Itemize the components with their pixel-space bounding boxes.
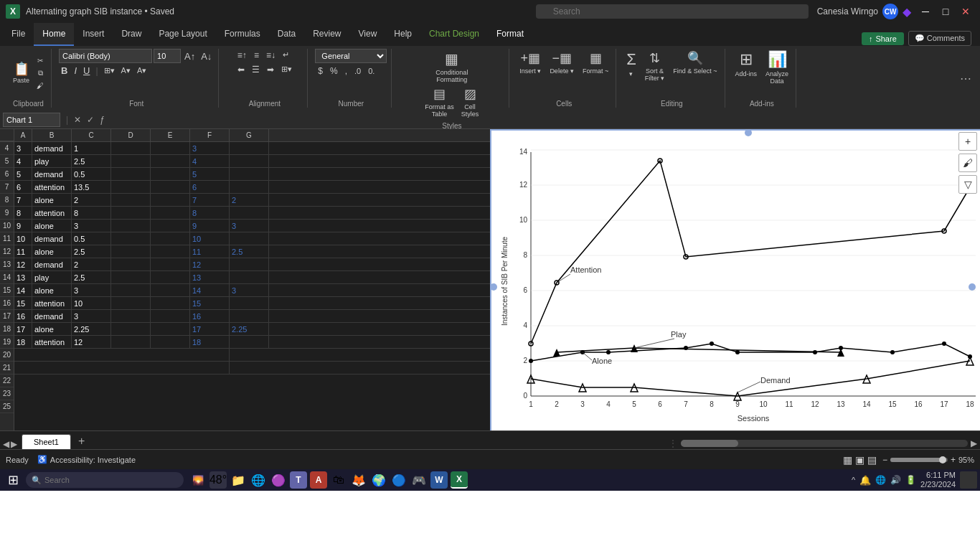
cell-d15[interactable] — [111, 284, 151, 297]
comma-button[interactable]: , — [342, 65, 350, 77]
taskbar-icon-teams[interactable]: T — [290, 471, 307, 489]
cell-a4[interactable]: 3 — [14, 142, 32, 155]
cell-g17[interactable] — [230, 310, 269, 323]
cell-g15[interactable]: 3 — [230, 284, 269, 297]
cell-e6[interactable] — [151, 168, 190, 181]
cell-c15[interactable]: 3 — [72, 284, 111, 297]
cell-d13[interactable] — [111, 258, 151, 271]
ribbon-collapse[interactable]: ⋯ — [960, 49, 974, 108]
font-name-input[interactable] — [59, 49, 152, 63]
zoom-thumb[interactable] — [939, 456, 946, 463]
cell-f18[interactable]: 17 — [190, 323, 230, 336]
currency-button[interactable]: % — [327, 65, 341, 77]
cell-a10[interactable]: 9 — [14, 220, 32, 232]
cell-c13[interactable]: 2 — [72, 258, 111, 271]
font-size-input[interactable] — [154, 49, 181, 63]
align-middle-button[interactable]: ≡ — [251, 49, 262, 62]
cell-e14[interactable] — [151, 271, 190, 284]
taskbar-icon-app1[interactable]: 🟣 — [270, 471, 287, 489]
cell-f8[interactable]: 7 — [190, 194, 230, 207]
cell-b17[interactable]: demand — [32, 310, 72, 323]
copy-button[interactable]: ⧉ — [34, 67, 47, 79]
find-select-button[interactable]: 🔍 Find & Select ~ — [670, 49, 720, 76]
cell-b9[interactable]: attention — [32, 207, 72, 220]
cell-b13[interactable]: demand — [32, 258, 72, 271]
cell-f19[interactable]: 18 — [190, 336, 230, 349]
sheet-nav-next[interactable]: ▶ — [11, 439, 17, 449]
cell-empty[interactable] — [14, 362, 230, 375]
cell-c16[interactable]: 10 — [72, 297, 111, 310]
cell-g18[interactable]: 2.25 — [230, 323, 269, 336]
cell-g11[interactable] — [230, 232, 269, 245]
add-ins-button[interactable]: ⊞ Add-ins — [732, 49, 760, 86]
cell-e16[interactable] — [151, 297, 190, 310]
col-header-d[interactable]: D — [111, 129, 151, 141]
increase-decimal-button[interactable]: .0 — [352, 65, 364, 77]
cut-button[interactable]: ✂ — [34, 55, 47, 66]
cell-a19[interactable]: 18 — [14, 336, 32, 349]
cell-e17[interactable] — [151, 310, 190, 323]
title-search-input[interactable] — [536, 4, 809, 19]
cell-d9[interactable] — [111, 207, 151, 220]
cell-e5[interactable] — [151, 155, 190, 168]
font-color-button[interactable]: A▾ — [135, 65, 149, 76]
taskbar-icon-files[interactable]: 📁 — [230, 471, 247, 489]
col-header-e[interactable]: E — [151, 129, 190, 141]
cell-g10[interactable]: 3 — [230, 220, 269, 232]
decrease-decimal-button[interactable]: 0. — [365, 65, 377, 77]
cell-d12[interactable] — [111, 245, 151, 258]
font-decrease-button[interactable]: A↓ — [199, 50, 214, 62]
show-desktop-button[interactable] — [960, 471, 977, 489]
cell-d7[interactable] — [111, 181, 151, 194]
taskbar-icon-word[interactable]: W — [430, 471, 448, 489]
cell-g5[interactable] — [230, 155, 269, 168]
network-icon[interactable]: 🌐 — [875, 475, 886, 485]
cell-f17[interactable]: 16 — [190, 310, 230, 323]
chart-styles-button[interactable]: 🖌 — [958, 154, 977, 172]
tab-home[interactable]: Home — [34, 23, 74, 46]
cell-g4[interactable] — [230, 142, 269, 155]
cell-d18[interactable] — [111, 323, 151, 336]
cell-e12[interactable] — [151, 245, 190, 258]
cell-a13[interactable]: 12 — [14, 258, 32, 271]
col-header-a[interactable]: A — [14, 129, 32, 141]
wrap-text-button[interactable]: ↵ — [280, 49, 292, 62]
cell-a9[interactable]: 8 — [14, 207, 32, 220]
sheet-tab-sheet1[interactable]: Sheet1 — [22, 434, 71, 449]
taskbar-icon-weather[interactable]: 🌄 — [189, 471, 207, 489]
break-view-button[interactable]: ▤ — [867, 454, 877, 466]
delete-button[interactable]: −▦ Delete ▾ — [547, 49, 577, 76]
cell-f15[interactable]: 14 — [190, 284, 230, 297]
cell-b14[interactable]: play — [32, 271, 72, 284]
cell-e19[interactable] — [151, 336, 190, 349]
formula-icon[interactable]: ƒ — [100, 115, 105, 125]
align-left-button[interactable]: ⬅ — [235, 63, 248, 76]
cell-a15[interactable]: 14 — [14, 284, 32, 297]
battery-icon[interactable]: 🔋 — [905, 475, 916, 485]
cell-g16[interactable] — [230, 297, 269, 310]
tab-help[interactable]: Help — [385, 23, 420, 46]
cell-g7[interactable] — [230, 181, 269, 194]
cell-f5[interactable]: 4 — [190, 155, 230, 168]
fill-color-button[interactable]: A▾ — [119, 65, 133, 76]
zoom-slider[interactable] — [890, 458, 948, 462]
italic-button[interactable]: I — [72, 65, 79, 77]
chart-resize-handle-right[interactable] — [969, 283, 976, 291]
chart-filters-button[interactable]: ▽ — [958, 175, 977, 194]
tab-format[interactable]: Format — [488, 23, 532, 46]
cell-c8[interactable]: 2 — [72, 194, 111, 207]
cell-d17[interactable] — [111, 310, 151, 323]
tab-review[interactable]: Review — [304, 23, 349, 46]
zoom-out-button[interactable]: − — [882, 455, 887, 465]
minimize-button[interactable]: ─ — [917, 3, 934, 20]
number-format-select[interactable]: General — [315, 49, 387, 63]
col-header-b[interactable]: B — [32, 129, 72, 141]
cell-d5[interactable] — [111, 155, 151, 168]
cell-d8[interactable] — [111, 194, 151, 207]
chart-resize-handle-top[interactable] — [745, 129, 752, 136]
tab-page-layout[interactable]: Page Layout — [150, 23, 215, 46]
tab-insert[interactable]: Insert — [74, 23, 113, 46]
align-right-button[interactable]: ➡ — [264, 63, 277, 76]
cell-c19[interactable]: 12 — [72, 336, 111, 349]
horizontal-scrollbar[interactable] — [681, 440, 968, 447]
